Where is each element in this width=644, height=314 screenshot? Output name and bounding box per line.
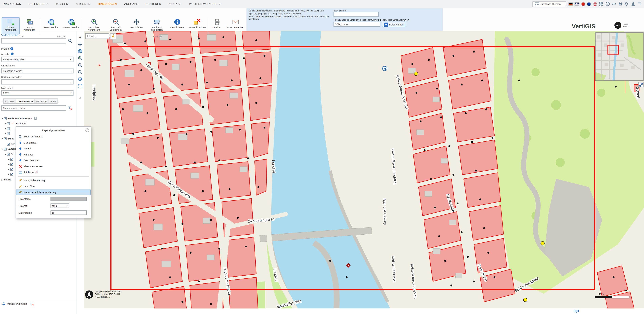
flag-german-icon[interactable] — [568, 2, 573, 5]
tabs-scroll-left-icon[interactable]: ‹ — [1, 100, 4, 103]
upload-file-input[interactable] — [334, 22, 380, 27]
chevron-collapsed-icon[interactable]: ▶ — [8, 163, 10, 165]
scale-select[interactable]: 1.128 ▼ — [1, 90, 74, 96]
layer-checkbox[interactable] — [7, 132, 10, 135]
basemap-select[interactable]: Stadtplan (Farbe) ▼ — [1, 68, 74, 74]
search-icon[interactable] — [67, 38, 72, 43]
tab-them[interactable]: THEM — [48, 99, 58, 104]
chevron-expanded-icon[interactable]: ▼ — [4, 153, 7, 155]
print-button[interactable]: Drucken — [209, 17, 224, 34]
view-select[interactable]: Sehenswürdigkeiten ▼ — [1, 57, 74, 62]
flag-round-red-icon[interactable] — [581, 2, 585, 6]
layer-checkbox[interactable] — [10, 168, 13, 170]
bezeichnung-input[interactable] — [334, 12, 379, 17]
overview-map[interactable] — [595, 32, 644, 81]
collapse-sidebar-icon[interactable]: ◀ — [77, 34, 83, 40]
identify-button[interactable]: Identifizieren — [168, 17, 186, 34]
layer-checkbox[interactable] — [4, 147, 6, 150]
tree-item-hochgeladene-daten[interactable]: ▼ Hochgeladene Daten — [0, 116, 76, 121]
layer-checkbox[interactable] — [4, 117, 6, 120]
switch-mode-control[interactable]: Modus wechseln — [1, 302, 34, 306]
layer-checkbox[interactable] — [7, 122, 10, 125]
flag-round-eu-icon[interactable] — [587, 2, 591, 6]
center-map-icon[interactable] — [77, 76, 83, 82]
apps-grid-icon[interactable] — [599, 2, 603, 6]
menu-item-standardkartierung[interactable]: Standardkartierung — [16, 177, 91, 183]
grid-remove-icon[interactable] — [30, 302, 34, 306]
map-extent-select[interactable]: ▼ — [1, 79, 74, 84]
layer-checkbox[interactable] — [10, 158, 13, 160]
layer-checkbox[interactable] — [10, 172, 13, 175]
line-style-select[interactable]: solid ▼ — [50, 203, 70, 208]
choose-file-button[interactable]: ➜ Datei wählen — [382, 22, 406, 27]
fulltext-search-input[interactable] — [1, 38, 66, 43]
help-icon[interactable] — [605, 2, 610, 6]
tabs-scroll-right-icon[interactable]: › — [58, 100, 60, 103]
rect-select-button[interactable]: Rechteck selektieren — [146, 17, 168, 34]
clear-selection-button[interactable]: Auswahl löschen — [186, 17, 207, 34]
pan-button[interactable]: Verschieben — [127, 17, 146, 34]
chevron-collapsed-icon[interactable]: ▶ — [4, 122, 7, 125]
layer-checkbox[interactable] — [4, 137, 6, 140]
map-canvas[interactable]: H ≈ Stockergasse Lendplatz Mariahilferst… — [84, 31, 644, 309]
menu-item-linie-blau[interactable]: Linie Blau — [16, 183, 91, 189]
close-icon[interactable]: ✕ — [86, 128, 89, 132]
flag-english-icon[interactable] — [574, 2, 579, 5]
menu-item-benutzerdefinierte-kartierung[interactable]: Benutzerdefinierte Kartierung — [16, 189, 91, 195]
theme-filter-input[interactable] — [1, 105, 66, 111]
arcgis-service-button[interactable]: ArcGIS-Service — [61, 17, 81, 34]
visible-themes-dropdown[interactable]: Sichtbare Themen ▼ — [532, 1, 566, 7]
tab-suchen[interactable]: SUCHEN — [4, 99, 16, 104]
layer-checkbox[interactable] — [7, 143, 10, 145]
menu-zeichnen[interactable]: ZEICHNEN — [72, 2, 94, 5]
menu-item-ganz-hinunter[interactable]: Ganz hinunter — [16, 157, 91, 163]
zoom-in-tool-icon[interactable] — [77, 55, 83, 61]
info-icon[interactable]: i — [10, 47, 13, 50]
tree-item-son-lin[interactable]: ▶ SON_LIN — [0, 121, 76, 126]
wms-service-button[interactable]: WMS-Service — [42, 17, 60, 34]
menu-item-hinunter[interactable]: Hinunter — [16, 152, 91, 157]
menu-hinzufuegen[interactable]: HINZUFÜGEN — [94, 2, 120, 5]
zoom-rect-tool-icon[interactable] — [77, 69, 83, 75]
display-icon[interactable] — [574, 309, 579, 314]
layer-checkbox[interactable] — [10, 162, 13, 165]
add-photos-button[interactable]: Fotos hinzufügen — [20, 17, 39, 34]
menu-weitere-werkzeuge[interactable]: WEITERE WERKZEUGE — [186, 2, 226, 5]
chevron-expanded-icon[interactable]: ▼ — [1, 148, 4, 150]
overview-toggle-button[interactable] — [638, 82, 644, 87]
flag-round-austria-icon[interactable] — [593, 2, 597, 6]
save-icon[interactable] — [618, 2, 622, 6]
menu-messen[interactable]: MESSEN — [52, 2, 72, 5]
filter-clear-icon[interactable] — [67, 105, 72, 111]
menu-item-ganz-hinauf[interactable]: Ganz hinauf — [16, 140, 91, 146]
chevron-collapsed-icon[interactable]: ▶ — [8, 173, 10, 175]
menu-analyse[interactable]: ANALYSE — [165, 2, 186, 5]
chevron-collapsed-icon[interactable]: ▶ — [8, 158, 10, 160]
layer-checkbox[interactable] — [7, 153, 10, 156]
hamburger-menu-icon[interactable] — [637, 2, 642, 6]
menu-editieren[interactable]: EDITIEREN — [142, 2, 165, 5]
full-extent-globe-icon[interactable] — [77, 48, 83, 54]
menu-item-thema-entfernen[interactable]: Thema entfernen — [16, 163, 91, 169]
menu-ausgabe[interactable]: AUSGABE — [120, 2, 142, 5]
user-icon[interactable] — [631, 2, 635, 6]
zoom-out-tool-icon[interactable] — [77, 62, 83, 68]
send-map-button[interactable]: Karte versenden — [225, 17, 246, 34]
link-icon[interactable] — [612, 2, 616, 6]
layer-checkbox[interactable] — [7, 127, 10, 130]
chevron-collapsed-icon[interactable]: ▶ — [4, 132, 7, 134]
line-width-input[interactable] — [50, 210, 86, 215]
tab-legende[interactable]: LEGENDE — [35, 99, 48, 104]
scroll-up-icon[interactable]: ▲ — [77, 94, 83, 100]
chevron-expanded-icon[interactable]: ▼ — [1, 118, 4, 120]
info-icon[interactable]: i — [10, 52, 13, 55]
menu-item-hinauf[interactable]: Hinauf — [16, 146, 91, 152]
tab-themenbaum[interactable]: THEMENBAUM — [16, 99, 35, 104]
menu-item-attributtabelle[interactable]: Attributtabelle — [16, 169, 91, 175]
zoom-in-extent-button[interactable]: Ausschnitt vergrößern — [84, 17, 105, 34]
menu-selektieren[interactable]: SELEKTIEREN — [25, 2, 52, 5]
fullscreen-icon[interactable] — [77, 83, 83, 89]
pan-tool-icon[interactable] — [77, 41, 83, 47]
chevron-collapsed-icon[interactable]: ▶ — [4, 127, 7, 129]
settings-gear-icon[interactable] — [624, 2, 629, 6]
